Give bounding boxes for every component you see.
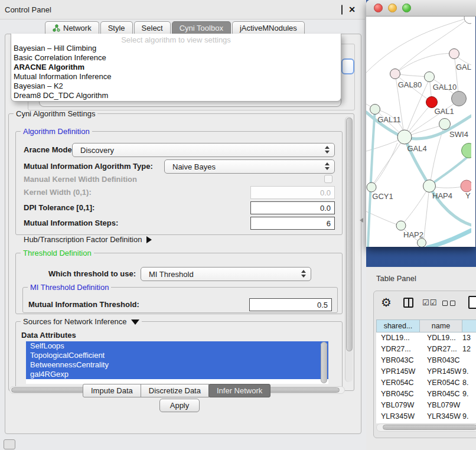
node-label: GCY1 [372, 192, 393, 201]
column-header-shared-name[interactable]: shared... [376, 319, 420, 332]
close-traffic-light[interactable] [374, 4, 383, 12]
control-panel-titlebar: Control Panel ✕ [0, 0, 365, 19]
table-row[interactable]: YLR345W YLR345W 9. [376, 411, 476, 422]
node-gal1-red[interactable] [426, 97, 438, 108]
table-horizontal-scrollbar[interactable] [376, 423, 476, 432]
columns-icon[interactable] [403, 298, 413, 308]
table-icon[interactable] [468, 296, 476, 309]
float-window-icon[interactable] [341, 5, 343, 14]
mi-steps-field[interactable]: 6 [250, 217, 335, 230]
tab-impute-data[interactable]: Impute Data [83, 384, 141, 397]
minimized-window-icon[interactable] [4, 439, 15, 449]
network-canvas[interactable]: GAL GAL80 GAL10 GAL1 GAL11 SWI4 GAL4 GCY… [366, 17, 471, 247]
splitter-collapse-icon[interactable] [360, 218, 363, 223]
tab-cyni-toolbox[interactable]: Cyni Toolbox [172, 21, 231, 34]
tab-jactivemnodules[interactable]: jActiveMNodules [232, 21, 305, 34]
tab-style[interactable]: Style [100, 21, 133, 34]
table-row[interactable]: YER054C YER054C 8. [376, 377, 476, 389]
apply-button[interactable]: Apply [159, 399, 200, 412]
mi-threshold-field[interactable]: 0.5 [249, 298, 332, 311]
table-row[interactable]: YDR27... YDR27... 12 [376, 344, 476, 355]
algorithm-option[interactable]: Bayesian – Hill Climbing [11, 44, 341, 53]
mi-type-combo[interactable]: Naive Bayes [164, 159, 335, 174]
network-icon [53, 24, 60, 32]
algorithm-option[interactable]: Bayesian – K2 [11, 81, 341, 91]
table-row[interactable]: YPR145W YPR145W 9. [376, 366, 476, 377]
node-hap2[interactable] [396, 221, 406, 230]
data-attributes-label: Data Attributes [21, 331, 76, 340]
node-pink-right[interactable] [461, 180, 471, 192]
sources-title[interactable]: Sources for Network Inference [21, 317, 142, 326]
table-header: shared... name A [376, 319, 476, 332]
tab-select[interactable]: Select [134, 21, 171, 34]
attribute-item[interactable]: gal4RGexp [26, 370, 328, 379]
node-swi4[interactable] [439, 119, 451, 130]
settings-group-title: Cyni Algorithm Settings [14, 109, 97, 118]
mi-steps-label: Mutual Information Steps: [24, 217, 118, 230]
node-gal-top[interactable] [449, 49, 459, 59]
algorithm-popup-prompt: Select algorithm to view settings [11, 34, 341, 44]
screen: Control Panel ✕ Network Style Select Cyn… [0, 0, 476, 450]
tab-discretize-data[interactable]: Discretize Data [141, 384, 209, 397]
tab-network[interactable]: Network [45, 21, 99, 34]
network-graph: GAL GAL80 GAL10 GAL1 GAL11 SWI4 GAL4 GCY… [366, 17, 471, 247]
node-gcy1[interactable] [367, 182, 376, 192]
mi-threshold-title: MI Threshold Definition [28, 283, 111, 292]
deselect-all-icon[interactable] [442, 301, 455, 306]
dpi-tolerance-label: DPI Tolerance [0,1]: [24, 201, 94, 214]
mi-type-label: Mutual Information Algorithm Type: [24, 159, 153, 174]
network-window-titlebar[interactable] [366, 0, 476, 17]
tab-infer-network[interactable]: Infer Network [208, 384, 270, 397]
close-icon[interactable]: ✕ [348, 6, 356, 13]
node-label: GAL4 [407, 144, 426, 153]
node-label: SWI4 [449, 130, 468, 139]
control-panel-tabbar: Network Style Select Cyni Toolbox jActiv… [45, 21, 306, 34]
algorithm-option[interactable]: Basic Correlation Inference [11, 53, 341, 63]
node-gal10[interactable] [425, 72, 435, 82]
table-row[interactable]: YDL19... YDL19... 13 [376, 332, 476, 344]
hub-definition-expander[interactable]: Hub/Transcription Factor Definition [24, 235, 152, 244]
node-gal11[interactable] [370, 105, 380, 115]
column-header-clipped[interactable]: A [462, 319, 476, 332]
data-attributes-list: SelfLoops TopologicalCoefficient Between… [26, 341, 328, 384]
node-bottom[interactable] [418, 239, 426, 247]
attribute-item[interactable]: TopologicalCoefficient [26, 351, 328, 360]
dpi-tolerance-field[interactable]: 0.0 [250, 201, 335, 214]
which-threshold-label: Which threshold to use: [48, 267, 136, 281]
which-threshold-combo[interactable]: MI Threshold [141, 267, 311, 281]
node-label: GAL [456, 63, 471, 71]
node-gray[interactable] [452, 92, 467, 106]
spinner-arrows-icon [325, 146, 330, 154]
manual-kernel-label: Manual Kernel Width Definition [24, 175, 137, 184]
node-gal80[interactable] [390, 69, 400, 79]
node-green-right[interactable] [462, 144, 472, 158]
mi-threshold-label: Mutual Information Threshold: [28, 298, 139, 311]
aracne-mode-combo[interactable]: Discovery [72, 143, 335, 157]
focused-combo-fragment [341, 58, 354, 74]
gear-icon[interactable]: ⚙ [381, 296, 392, 309]
network-window: GAL GAL80 GAL10 GAL1 GAL11 SWI4 GAL4 GCY… [366, 0, 475, 247]
zoom-traffic-light[interactable] [402, 4, 411, 12]
settings-vertical-scrollbar[interactable] [345, 116, 353, 382]
table-row[interactable]: YBR045C YBR045C 9. [376, 389, 476, 400]
table-panel-title: Table Panel [376, 274, 416, 283]
node-label: Y [465, 191, 471, 200]
attribute-list-scrollbar[interactable] [321, 342, 327, 383]
algorithm-option[interactable]: Mutual Information Inference [11, 72, 341, 81]
spinner-arrows-icon [301, 270, 306, 278]
attribute-item[interactable]: SelfLoops [26, 341, 328, 351]
table-row[interactable]: YBR043C YBR043C [376, 355, 476, 366]
node-gal4[interactable] [397, 130, 412, 144]
table-row[interactable]: YBL079W YBL079W [376, 400, 476, 411]
algorithm-option-selected[interactable]: ARACNE Algorithm [11, 63, 341, 72]
node-top-right[interactable] [464, 17, 471, 24]
algorithm-option[interactable]: Dream8 DC_TDC Algorithm [11, 91, 341, 100]
column-header-name[interactable]: name [420, 319, 462, 332]
attribute-item[interactable]: BetweennessCentrality [26, 360, 328, 370]
node-hap4[interactable] [423, 180, 436, 193]
manual-kernel-checkbox[interactable] [324, 175, 332, 183]
select-all-icon[interactable]: ☑☑ [422, 298, 437, 307]
kernel-width-field[interactable]: 0.0 [250, 186, 335, 199]
algorithm-dropdown-popup: Select algorithm to view settings Bayesi… [11, 34, 341, 102]
minimize-traffic-light[interactable] [388, 4, 397, 12]
